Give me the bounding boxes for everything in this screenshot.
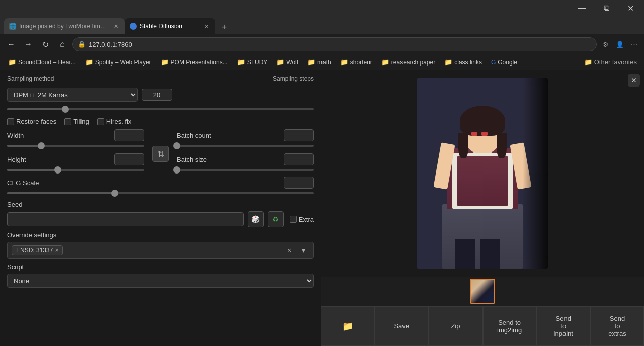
extra-box[interactable] — [290, 216, 297, 223]
address-bar[interactable]: 🔒 127.0.0.1:7860 — [72, 37, 597, 51]
width-label: Width — [7, 132, 32, 139]
tab-close-2[interactable]: ✕ — [202, 22, 210, 30]
bookmark-math[interactable]: 📁 math — [303, 56, 335, 68]
bookmark-class-links[interactable]: 📁 class links — [440, 56, 486, 68]
bookmark-study[interactable]: 📁 STUDY — [233, 56, 272, 68]
batch-count-thumb[interactable] — [173, 142, 180, 149]
sampling-steps-fill — [7, 108, 65, 110]
browser-chrome: — ⧉ ✕ 🌐 Image posted by TwoMoreTimes... … — [0, 0, 644, 70]
sampling-steps-thumb[interactable] — [62, 106, 69, 113]
batch-count-slider-track[interactable] — [177, 145, 314, 147]
folder-button[interactable]: 📁 — [321, 306, 374, 346]
folder-icon: 📁 — [160, 58, 169, 66]
tiling-box[interactable] — [64, 118, 71, 125]
hires-fix-checkbox[interactable]: Hires. fix — [97, 118, 132, 125]
nav-bar: ← → ↻ ⌂ 🔒 127.0.0.1:7860 ⚙ 👤 ⋯ — [0, 34, 644, 54]
close-button[interactable]: ✕ — [619, 0, 642, 16]
home-button[interactable]: ⌂ — [55, 37, 69, 51]
extensions-button[interactable]: ⚙ — [600, 38, 612, 50]
cfg-scale-label: CFG Scale — [7, 179, 39, 187]
batch-count-input[interactable]: 1 — [284, 129, 314, 141]
restore-faces-box[interactable] — [7, 118, 14, 125]
width-slider-track[interactable] — [7, 145, 144, 147]
folder-icon: 📁 — [444, 58, 452, 66]
height-fill — [7, 169, 58, 171]
reload-button[interactable]: ↻ — [38, 37, 52, 51]
back-button[interactable]: ← — [4, 37, 18, 51]
sampling-method-select[interactable]: DPM++ 2M Karras — [7, 88, 138, 102]
sampling-method-label: Sampling method — [7, 75, 54, 82]
thumbnail-1[interactable] — [470, 279, 495, 304]
forward-button[interactable]: → — [21, 37, 35, 51]
bookmark-shortenr[interactable]: 📁 shortenr — [336, 56, 376, 68]
swap-dimensions-button[interactable]: ⇅ — [152, 146, 169, 162]
seed-label: Seed — [7, 201, 22, 208]
seed-input[interactable]: 1243095812 — [7, 212, 244, 226]
height-label: Height — [7, 156, 32, 163]
bookmark-spotify[interactable]: 📁 Spotify – Web Player — [81, 56, 155, 68]
cfg-scale-input[interactable]: 8 — [284, 177, 314, 189]
bookmark-pom[interactable]: 📁 POM Presentations... — [156, 56, 232, 68]
folder-icon: 📁 — [342, 321, 353, 332]
extra-checkbox[interactable]: Extra — [290, 216, 314, 223]
tab-stable-diffusion[interactable]: Stable Diffusion ✕ — [125, 18, 215, 34]
action-bar: 📁 Save Zip Send toimg2img Sendtoinpaint … — [321, 306, 644, 346]
width-thumb[interactable] — [38, 142, 45, 149]
send-extras-button[interactable]: Sendtoextras — [591, 306, 644, 346]
folder-icon: 📁 — [85, 58, 93, 66]
batch-size-thumb[interactable] — [173, 166, 180, 174]
more-button[interactable]: ⋯ — [628, 38, 640, 50]
override-dropdown-button[interactable]: ▾ — [297, 244, 309, 256]
restore-faces-checkbox[interactable]: Restore faces — [7, 118, 56, 125]
bookmark-research[interactable]: 📁 reasearch paper — [377, 56, 439, 68]
tab-title-2: Stable Diffusion — [140, 23, 199, 30]
height-thumb[interactable] — [54, 166, 61, 174]
close-image-button[interactable]: ✕ — [628, 74, 640, 86]
send-img2img-label: Send toimg2img — [497, 319, 522, 334]
folder-icon: 📁 — [584, 58, 592, 66]
seed-dice-button[interactable]: 🎲 — [248, 211, 264, 227]
height-slider-track[interactable] — [7, 169, 144, 171]
script-select[interactable]: None — [7, 274, 314, 288]
folder-icon: 📁 — [237, 58, 245, 66]
width-input[interactable]: 512 — [114, 129, 144, 141]
zip-button[interactable]: Zip — [429, 306, 482, 346]
bookmark-wolf[interactable]: 📁 Wolf — [272, 56, 302, 68]
bookmark-other-favorites[interactable]: 📁 Other favorites — [581, 56, 640, 68]
extra-label: Extra — [299, 216, 314, 223]
restore-faces-label: Restore faces — [16, 118, 56, 125]
minimize-button[interactable]: — — [571, 0, 594, 16]
profile-button[interactable]: 👤 — [614, 38, 626, 50]
hires-fix-box[interactable] — [97, 118, 104, 125]
bookmark-label: STUDY — [247, 59, 268, 66]
send-inpaint-button[interactable]: Sendtoinpaint — [537, 306, 590, 346]
seed-recycle-button[interactable]: ♻ — [268, 211, 284, 227]
cfg-scale-slider-track[interactable] — [7, 192, 314, 194]
override-tag-close[interactable]: × — [55, 247, 58, 254]
send-extras-label: Sendtoextras — [608, 315, 626, 337]
bookmarks-bar: 📁 SoundCloud – Hear... 📁 Spotify – Web P… — [0, 54, 644, 70]
cfg-scale-thumb[interactable] — [111, 190, 118, 197]
save-button[interactable]: Save — [375, 306, 428, 346]
sampling-steps-slider-track[interactable] — [7, 108, 314, 110]
override-settings-label: Override settings — [7, 231, 56, 239]
override-clear-button[interactable]: × — [283, 244, 295, 256]
batch-size-input[interactable]: 1 — [284, 153, 314, 165]
height-input[interactable]: 768 — [114, 153, 144, 165]
tiling-checkbox[interactable]: Tiling — [64, 118, 89, 125]
new-tab-button[interactable]: + — [217, 20, 231, 34]
maximize-button[interactable]: ⧉ — [595, 0, 618, 16]
sampling-steps-input[interactable]: 20 — [142, 89, 172, 101]
folder-icon: 📁 — [307, 58, 315, 66]
send-img2img-button[interactable]: Send toimg2img — [483, 306, 536, 346]
tiling-label: Tiling — [73, 118, 89, 125]
batch-size-slider-track[interactable] — [177, 169, 314, 171]
bookmark-label: Spotify – Web Player — [95, 59, 151, 66]
bookmark-soundcloud[interactable]: 📁 SoundCloud – Hear... — [4, 56, 80, 68]
tab-image[interactable]: 🌐 Image posted by TwoMoreTimes... ✕ — [4, 18, 125, 34]
bookmark-google[interactable]: G Google — [487, 56, 521, 68]
tab-favicon-1: 🌐 — [9, 23, 16, 30]
lock-icon: 🔒 — [78, 41, 86, 48]
hires-fix-label: Hires. fix — [106, 118, 132, 125]
tab-close-1[interactable]: ✕ — [112, 22, 120, 30]
